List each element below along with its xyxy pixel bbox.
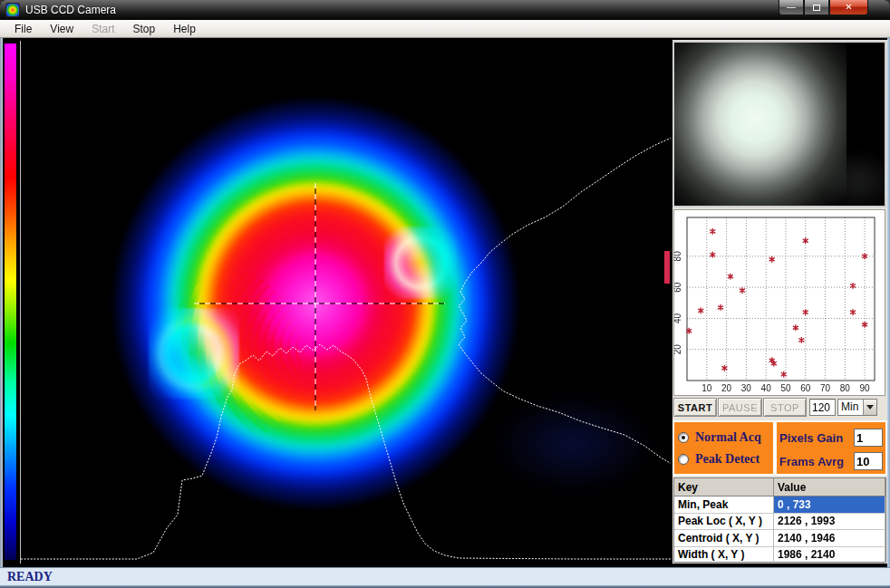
stats-value-peak-loc: 2126 , 1993: [774, 514, 885, 531]
window-frame-left: [0, 38, 3, 567]
close-icon: ✕: [845, 3, 852, 12]
minimize-icon: —: [787, 3, 796, 12]
normal-acq-radio[interactable]: [678, 432, 689, 443]
svg-text:90: 90: [860, 383, 871, 393]
svg-text:50: 50: [780, 383, 791, 393]
maximize-button[interactable]: [804, 0, 829, 15]
normal-acq-option[interactable]: Normal Acq: [678, 427, 769, 448]
svg-text:80: 80: [674, 251, 682, 262]
peak-detect-radio[interactable]: [678, 454, 689, 465]
stop-button[interactable]: STOP: [763, 398, 807, 417]
peak-detect-label: Peak Detect: [695, 452, 759, 467]
status-bar: READY: [0, 567, 890, 585]
stats-value-width: 1986 , 2140: [774, 547, 885, 564]
stats-value-centroid: 2140 , 1946: [774, 530, 885, 547]
window-title: USB CCD Camera: [25, 4, 116, 16]
minimize-button[interactable]: —: [779, 0, 804, 15]
menu-help[interactable]: Help: [164, 21, 205, 37]
stats-key-min-peak: Min, Peak: [674, 496, 774, 514]
stats-value-min-peak: 0 , 733: [774, 496, 885, 514]
menu-file[interactable]: File: [5, 21, 41, 37]
menu-view[interactable]: View: [41, 21, 82, 37]
camera-thumbnail: [672, 41, 886, 207]
chevron-down-icon[interactable]: [863, 400, 876, 415]
svg-text:60: 60: [800, 383, 811, 393]
intensity-colorbar: [5, 43, 16, 560]
app-window: USB CCD Camera — ✕ File View Start Stop …: [0, 0, 890, 588]
acquisition-mode-panel: Normal Acq Peak Detect: [672, 420, 775, 476]
menu-bar: File View Start Stop Help: [0, 20, 890, 38]
app-icon: [5, 3, 20, 17]
stats-key-peak-loc: Peak Loc ( X, Y ): [674, 514, 774, 531]
stats-table: Key Value Min, Peak 0 , 733 Peak Loc ( X…: [673, 477, 886, 563]
normal-acq-label: Normal Acq: [695, 430, 761, 445]
close-button[interactable]: ✕: [829, 0, 868, 15]
frams-avrg-input[interactable]: [854, 452, 883, 470]
interval-input[interactable]: [809, 399, 836, 416]
interval-unit-dropdown[interactable]: Min: [837, 399, 877, 416]
stats-header-value: Value: [774, 478, 885, 496]
svg-text:20: 20: [674, 344, 682, 355]
maximize-icon: [813, 5, 820, 11]
pixels-gain-label: Pixels Gain: [779, 431, 854, 445]
svg-text:80: 80: [840, 383, 851, 393]
panel-splitter-thumb[interactable]: [664, 251, 670, 284]
stats-header-key: Key: [674, 478, 774, 496]
menu-stop[interactable]: Stop: [123, 21, 164, 37]
stats-key-width: Width ( X, Y ): [674, 547, 774, 564]
trend-scatter-chart: 10203040506070809020406080: [674, 210, 885, 395]
acquisition-settings-panel: Pixels Gain Frams Avrg: [775, 420, 887, 476]
interval-unit-value: Min: [838, 400, 863, 415]
svg-text:40: 40: [761, 383, 772, 393]
thumbnail-secondary-spot: [817, 149, 886, 207]
menu-start[interactable]: Start: [82, 21, 123, 37]
svg-text:60: 60: [674, 282, 682, 293]
peak-detect-option[interactable]: Peak Detect: [678, 448, 769, 470]
beam-image-display[interactable]: [20, 41, 671, 564]
start-button[interactable]: START: [673, 398, 717, 417]
pixels-gain-input[interactable]: [854, 429, 883, 447]
beam-overlay-profiles: [21, 41, 671, 564]
client-area: 10203040506070809020406080 START PAUSE S…: [0, 39, 890, 567]
right-panel: 10203040506070809020406080 START PAUSE S…: [672, 40, 887, 564]
pause-button[interactable]: PAUSE: [718, 398, 762, 417]
trend-scatter-panel: 10203040506070809020406080: [673, 209, 885, 396]
stats-key-centroid: Centroid ( X, Y ): [674, 530, 774, 547]
svg-text:70: 70: [820, 383, 831, 393]
frams-avrg-label: Frams Avrg: [779, 455, 854, 468]
svg-text:30: 30: [741, 383, 752, 393]
status-text: READY: [7, 570, 53, 584]
svg-text:10: 10: [701, 383, 712, 393]
svg-text:40: 40: [674, 313, 682, 323]
title-bar: USB CCD Camera — ✕: [0, 0, 890, 20]
svg-text:20: 20: [721, 383, 732, 393]
window-controls: — ✕: [779, 0, 868, 16]
